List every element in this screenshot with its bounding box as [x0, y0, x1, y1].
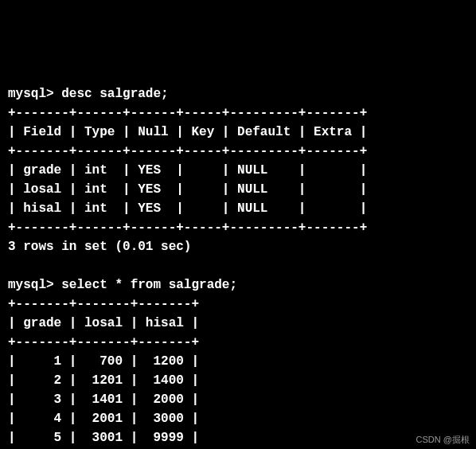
- mysql-prompt: mysql>: [8, 87, 54, 101]
- desc-row: | losal | int | YES | | NULL | |: [8, 182, 367, 197]
- watermark: CSDN @掘根: [416, 433, 470, 447]
- desc-row: | grade | int | YES | | NULL | |: [8, 163, 367, 178]
- select-border-mid: +-------+-------+-------+: [8, 335, 199, 349]
- desc-border-mid: +-------+------+------+-----+---------+-…: [8, 144, 367, 158]
- select-row: | 5 | 3001 | 9999 |: [8, 431, 199, 445]
- desc-border-bot: +-------+------+------+-----+---------+-…: [8, 221, 367, 235]
- desc-summary: 3 rows in set (0.01 sec): [8, 240, 191, 254]
- desc-header-row: | Field | Type | Null | Key | Default | …: [8, 125, 367, 139]
- desc-border-top: +-------+------+------+-----+---------+-…: [8, 106, 367, 120]
- select-row: | 2 | 1201 | 1400 |: [8, 373, 199, 388]
- select-row: | 4 | 2001 | 3000 |: [8, 412, 199, 426]
- select-row: | 1 | 700 | 1200 |: [8, 354, 199, 369]
- select-header-row: | grade | losal | hisal |: [8, 316, 199, 330]
- select-row: | 3 | 1401 | 2000 |: [8, 392, 199, 407]
- select-border-top: +-------+-------+-------+: [8, 297, 199, 311]
- sql-command-select: select * from salgrade;: [61, 278, 237, 292]
- desc-row: | hisal | int | YES | | NULL | |: [8, 201, 367, 216]
- sql-command-desc: desc salgrade;: [61, 87, 168, 101]
- mysql-prompt: mysql>: [8, 278, 54, 292]
